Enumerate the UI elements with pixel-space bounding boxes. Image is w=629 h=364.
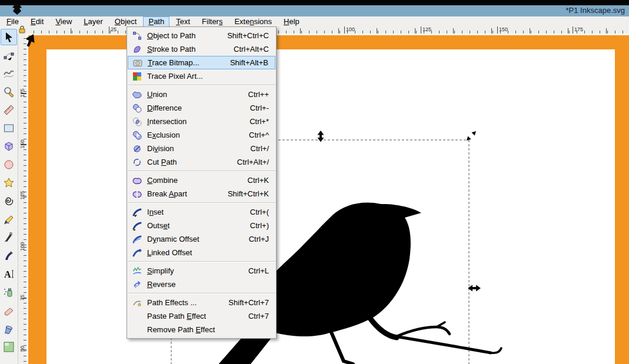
menubar-item-filters[interactable]: Filters <box>197 16 228 27</box>
menu-item-difference[interactable]: DifferenceCtrl+- <box>128 101 275 115</box>
menu-item-shortcut: Ctrl+( <box>250 208 269 216</box>
tool-ellipse[interactable] <box>1 156 17 173</box>
none-icon <box>131 312 143 321</box>
titlebar-top-strip <box>0 0 629 5</box>
menu-item-shortcut: Ctrl+J <box>249 235 269 243</box>
menu-item-shortcut: Ctrl+/ <box>251 144 269 153</box>
tool-calligraphy[interactable] <box>1 248 17 264</box>
tool-bezier-pen[interactable] <box>1 229 17 246</box>
hruler-label: 125 <box>421 26 431 34</box>
menubar-item-view[interactable]: View <box>50 16 77 27</box>
union-icon <box>131 90 143 99</box>
inkscape-logo <box>9 1 25 16</box>
menu-item-union[interactable]: UnionCtrl++ <box>128 88 275 101</box>
hruler-label: 175 <box>573 26 583 34</box>
menu-item-simplify[interactable]: SimplifyCtrl+L <box>128 264 275 278</box>
menu-item-shortcut: Ctrl+K <box>248 176 269 185</box>
tool-pencil[interactable] <box>1 211 17 228</box>
text-icon: A <box>3 268 15 280</box>
menubar-item-edit[interactable]: Edit <box>25 16 49 27</box>
tool-star[interactable] <box>1 175 17 191</box>
menu-item-reverse[interactable]: Reverse <box>128 278 275 291</box>
menu-item-linked-offset[interactable]: Linked Offset <box>128 246 275 259</box>
vruler-label: 150 <box>19 140 25 149</box>
lock-guides-icon[interactable] <box>18 25 26 34</box>
trace-pixel-art-icon <box>131 72 143 81</box>
tweak-icon <box>3 68 15 79</box>
menubar-item-help[interactable]: Help <box>278 16 305 27</box>
ruler-corner <box>18 25 26 34</box>
menu-item-label: Linked Offset <box>147 248 192 257</box>
menu-item-inset[interactable]: InsetCtrl+( <box>128 205 275 219</box>
menu-item-trace-pixel-art[interactable]: Trace Pixel Art... <box>128 69 275 83</box>
combine-icon <box>131 176 143 185</box>
menu-item-label: Combine <box>147 176 178 185</box>
break-apart-icon <box>131 189 143 199</box>
ellipse-icon <box>3 159 15 171</box>
tool-palette: A <box>0 27 18 364</box>
tool-zoom[interactable] <box>1 84 17 100</box>
menu-item-label: Division <box>147 144 174 153</box>
tool-text[interactable]: A <box>1 266 17 282</box>
menu-item-exclusion[interactable]: ExclusionCtrl+^ <box>128 128 275 142</box>
tool-box-3d[interactable] <box>1 138 17 155</box>
menu-item-intersection[interactable]: IntersectionCtrl+* <box>128 115 275 128</box>
menu-item-label: Dynamic Offset <box>147 235 199 243</box>
menubar-item-text[interactable]: Text <box>171 16 195 27</box>
menu-item-division[interactable]: DivisionCtrl+/ <box>128 142 275 155</box>
menu-item-path-effects[interactable]: Path Effects ...Shift+Ctrl+7 <box>128 296 275 309</box>
scale-horizontal-handle[interactable] <box>468 285 481 292</box>
menu-item-label: Trace Bitmap... <box>148 58 199 67</box>
tool-rectangle[interactable] <box>1 120 17 136</box>
menu-item-trace-bitmap[interactable]: Trace Bitmap...Shift+Alt+B <box>128 56 275 69</box>
canvas-area[interactable] <box>26 34 629 364</box>
reverse-icon <box>131 280 143 289</box>
dynamic-offset-icon <box>131 235 143 244</box>
menu-item-stroke-to-path[interactable]: Stroke to PathCtrl+Alt+C <box>128 42 275 56</box>
tool-tweak[interactable] <box>1 65 17 82</box>
title-bar[interactable]: *P1 Inkscape.svg <box>0 5 629 16</box>
menu-item-cut-path[interactable]: Cut PathCtrl+Alt+/ <box>128 155 275 169</box>
inkscape-window: *P1 Inkscape.svg FileEditViewLayerObject… <box>0 0 629 364</box>
menu-item-label: Simplify <box>147 266 174 275</box>
tool-eraser[interactable] <box>1 302 17 319</box>
menu-item-combine[interactable]: CombineCtrl+K <box>128 173 275 187</box>
tool-paint-bucket[interactable] <box>1 320 17 337</box>
vertical-ruler[interactable]: 1751501251007550 <box>18 34 27 364</box>
menu-item-object-to-path[interactable]: Object to PathShift+Ctrl+C <box>128 29 275 42</box>
tool-spray[interactable] <box>1 284 17 300</box>
trace-bitmap-icon <box>132 58 144 68</box>
menu-item-outset[interactable]: OutsetCtrl+) <box>128 219 275 232</box>
menubar-item-path[interactable]: Path <box>143 16 169 27</box>
box-3d-icon <box>3 141 15 152</box>
menu-item-shortcut: Ctrl+Alt+/ <box>237 158 269 166</box>
menubar-item-extensions[interactable]: Extensions <box>229 16 277 27</box>
vruler-label: 75 <box>19 293 25 302</box>
menu-separator <box>128 85 275 86</box>
menu-item-label: Cut Path <box>147 158 177 166</box>
scale-vertical-handle[interactable] <box>318 131 324 142</box>
pencil-icon <box>3 213 15 225</box>
menu-item-label: Break Apart <box>147 189 187 198</box>
menu-item-shortcut: Ctrl+* <box>249 117 269 126</box>
menu-item-break-apart[interactable]: Break ApartShift+Ctrl+K <box>128 187 275 201</box>
path-effects-icon <box>131 298 143 308</box>
menu-item-paste-path-effect[interactable]: Paste Path EffectCtrl+7 <box>128 309 275 323</box>
menu-item-label: Union <box>147 90 167 99</box>
menu-item-dynamic-offset[interactable]: Dynamic OffsetCtrl+J <box>128 232 275 246</box>
tool-spiral[interactable] <box>1 193 17 209</box>
tool-selector[interactable] <box>1 29 17 45</box>
menu-item-remove-path-effect[interactable]: Remove Path Effect <box>128 323 275 336</box>
menubar-item-layer[interactable]: Layer <box>78 16 108 27</box>
rotate-corner-handle[interactable] <box>467 131 476 141</box>
difference-icon <box>131 103 143 113</box>
tool-node-editor[interactable] <box>1 47 17 64</box>
menubar-item-object[interactable]: Object <box>109 16 142 27</box>
outset-icon <box>131 221 143 231</box>
menu-separator <box>128 171 275 172</box>
tool-gradient[interactable] <box>1 339 17 355</box>
stroke-to-path-icon <box>131 45 143 54</box>
menu-separator <box>128 293 275 294</box>
menu-item-label: Object to Path <box>147 31 195 40</box>
tool-measure[interactable] <box>1 102 17 118</box>
